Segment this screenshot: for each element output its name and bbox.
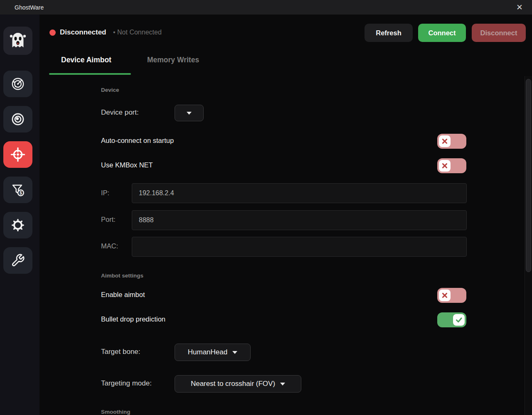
close-icon[interactable]: ✕: [512, 0, 527, 15]
bullet-drop-label: Bullet drop prediction: [101, 315, 165, 323]
kmbox-label: Use KMBox NET: [101, 161, 153, 169]
autoconnect-label: Auto-connect on startup: [101, 137, 174, 145]
x-icon: [439, 290, 451, 301]
toggle-knob: [439, 135, 451, 147]
kmbox-toggle[interactable]: [437, 158, 466, 173]
active-tab-indicator: [49, 73, 131, 75]
ip-input[interactable]: [132, 183, 467, 203]
toggle-knob: [453, 314, 465, 326]
sidebar-item-radar[interactable]: [3, 71, 32, 97]
x-icon: [439, 160, 451, 172]
gear-icon: [10, 218, 25, 233]
title-bar: GhostWare ✕: [0, 0, 532, 15]
target-bone-select[interactable]: HumanHead: [175, 344, 251, 361]
port-input[interactable]: [132, 210, 467, 230]
ghost-icon: [8, 31, 28, 51]
filter-dollar-icon: $: [10, 182, 25, 197]
sidebar-item-ghost-logo[interactable]: [3, 27, 32, 55]
target-bone-label: Target bone:: [101, 348, 140, 356]
targeting-mode-label: Targeting mode:: [101, 379, 152, 388]
chevron-down-icon: [187, 112, 192, 115]
aimbot-section-title: Aimbot settings: [101, 273, 143, 279]
ip-label: IP:: [101, 189, 109, 197]
smoothing-section-title: Smoothing: [101, 409, 131, 415]
connect-button[interactable]: Connect: [418, 24, 466, 42]
tab-device-aimbot[interactable]: Device Aimbot: [61, 56, 111, 64]
sidebar-item-vision[interactable]: [3, 106, 32, 133]
port-label: Port:: [101, 216, 116, 223]
svg-text:$: $: [20, 190, 22, 195]
wrench-icon: [11, 253, 25, 268]
targeting-mode-value: Nearest to crosshair (FOV): [191, 380, 275, 388]
check-icon: [453, 314, 465, 326]
connection-status: Disconnected: [60, 28, 106, 37]
refresh-button[interactable]: Refresh: [365, 24, 413, 42]
sidebar-item-tools[interactable]: [3, 247, 32, 274]
eye-icon: [11, 112, 25, 126]
toggle-knob: [439, 160, 451, 172]
tab-memory-writes[interactable]: Memory Writes: [147, 56, 199, 64]
crosshair-icon: [10, 147, 26, 162]
autoconnect-toggle[interactable]: [437, 134, 466, 149]
radar-icon: [11, 77, 25, 91]
sidebar-item-settings[interactable]: [3, 212, 32, 238]
window-title: GhostWare: [15, 4, 44, 11]
sidebar: $: [0, 15, 39, 415]
sidebar-item-loot-filter[interactable]: $: [3, 177, 32, 203]
enable-aimbot-toggle[interactable]: [437, 288, 466, 303]
disconnect-button[interactable]: Disconnect: [472, 24, 526, 42]
enable-aimbot-label: Enable aimbot: [101, 291, 145, 299]
x-icon: [439, 135, 451, 147]
connection-hint: • Not Connected: [113, 29, 162, 36]
device-section-title: Device: [101, 87, 119, 93]
ghostware-window: GhostWare ✕: [0, 0, 532, 415]
chevron-down-icon: [232, 351, 237, 354]
mac-input[interactable]: [132, 237, 467, 257]
device-port-select[interactable]: [175, 105, 204, 121]
toggle-knob: [439, 290, 451, 301]
target-bone-value: HumanHead: [188, 348, 227, 356]
scrollbar-thumb[interactable]: [526, 79, 531, 272]
chevron-down-icon: [280, 383, 285, 386]
device-port-label: Device port:: [101, 108, 139, 117]
sidebar-item-aimbot[interactable]: [3, 141, 32, 168]
scrollbar-track[interactable]: [525, 76, 532, 415]
status-dot: [49, 29, 56, 36]
targeting-mode-select[interactable]: Nearest to crosshair (FOV): [175, 375, 301, 393]
bullet-drop-toggle[interactable]: [437, 312, 466, 327]
mac-label: MAC:: [101, 242, 118, 250]
